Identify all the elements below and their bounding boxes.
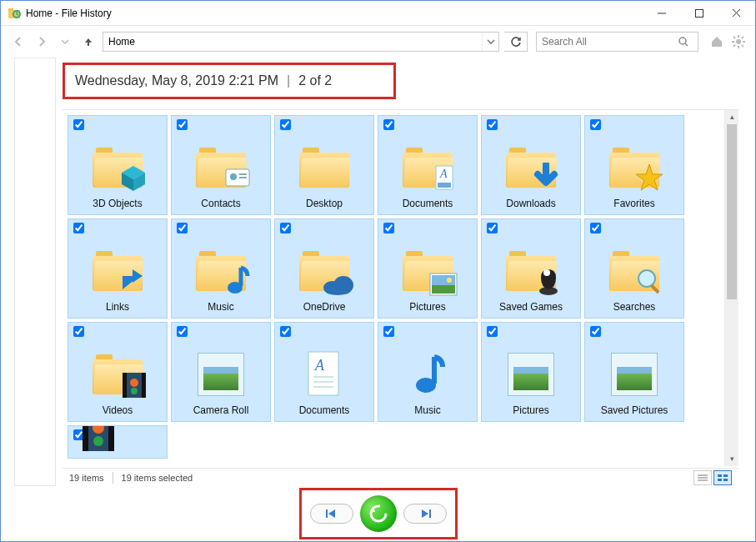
grid-item[interactable]	[68, 425, 168, 459]
grid-item[interactable]: 3D Objects	[68, 115, 168, 215]
svg-rect-53	[83, 425, 88, 451]
item-checkbox[interactable]	[280, 326, 291, 337]
search-input[interactable]	[537, 36, 678, 48]
svg-rect-40	[650, 284, 659, 294]
svg-rect-60	[718, 474, 722, 477]
footer	[1, 486, 755, 541]
svg-text:A: A	[314, 357, 325, 374]
svg-line-14	[733, 37, 735, 38]
item-checkbox[interactable]	[590, 119, 601, 130]
item-icon: A	[398, 138, 458, 198]
svg-point-36	[447, 278, 452, 283]
item-checkbox[interactable]	[177, 326, 188, 337]
item-label: Music	[414, 404, 440, 416]
grid-item[interactable]: Music	[378, 322, 478, 422]
scroll-up[interactable]: ▴	[725, 110, 738, 124]
grid-item[interactable]: Saved Games	[481, 218, 581, 319]
grid-item[interactable]: Searches	[584, 218, 684, 319]
item-label: Pictures	[513, 404, 548, 416]
app-icon	[8, 7, 21, 20]
item-checkbox[interactable]	[590, 223, 601, 233]
item-checkbox[interactable]	[73, 119, 84, 130]
item-checkbox[interactable]	[487, 223, 498, 233]
item-label: 3D Objects	[93, 198, 142, 209]
grid-item[interactable]: Videos	[68, 322, 168, 422]
grid-item[interactable]: A Documents	[378, 115, 478, 215]
item-icon: A	[294, 344, 354, 404]
svg-text:A: A	[439, 168, 448, 180]
item-checkbox[interactable]	[73, 326, 84, 337]
title-bar: Home - File History	[1, 1, 755, 26]
back-button[interactable]	[9, 33, 28, 51]
close-button[interactable]	[718, 1, 755, 25]
grid-item[interactable]: A Documents	[274, 322, 374, 422]
restore-button[interactable]	[360, 495, 397, 532]
view-icons-button[interactable]	[713, 470, 732, 485]
minimize-button[interactable]	[643, 1, 680, 25]
item-checkbox[interactable]	[280, 223, 291, 233]
item-icon	[191, 241, 251, 301]
history-dropdown[interactable]	[56, 33, 74, 51]
item-label: Saved Games	[499, 301, 563, 313]
item-checkbox[interactable]	[280, 119, 291, 130]
item-checkbox[interactable]	[177, 119, 188, 130]
scroll-thumb[interactable]	[727, 124, 737, 299]
search-icon[interactable]	[678, 36, 698, 48]
item-checkbox[interactable]	[590, 326, 601, 337]
item-checkbox[interactable]	[383, 223, 394, 233]
file-grid[interactable]: 3D Objects Contacts Desktop A Documents …	[63, 110, 724, 466]
settings-icon[interactable]	[730, 33, 747, 50]
svg-rect-62	[718, 479, 722, 481]
grid-item[interactable]: Pictures	[481, 322, 581, 422]
svg-point-51	[416, 378, 436, 393]
grid-item[interactable]: Favorites	[584, 115, 684, 215]
item-checkbox[interactable]	[383, 119, 394, 130]
svg-rect-27	[438, 183, 451, 188]
home-icon[interactable]	[708, 33, 725, 50]
item-checkbox[interactable]	[383, 326, 394, 337]
svg-point-9	[736, 39, 741, 44]
address-bar[interactable]	[103, 32, 499, 52]
grid-item[interactable]: Contacts	[171, 115, 271, 215]
version-date: Wednesday, May 8, 2019 2:21 PM	[75, 73, 278, 88]
item-label: Camera Roll	[193, 404, 249, 416]
svg-point-7	[679, 38, 686, 44]
up-button[interactable]	[79, 33, 98, 51]
maximize-button[interactable]	[680, 1, 718, 25]
address-input[interactable]	[103, 33, 482, 51]
item-icon	[191, 344, 251, 404]
svg-rect-1	[8, 8, 13, 11]
forward-button[interactable]	[33, 33, 51, 51]
view-details-button[interactable]	[693, 470, 712, 485]
scrollbar[interactable]: ▴ ▾	[724, 110, 738, 466]
grid-item[interactable]: Pictures	[378, 218, 478, 319]
item-checkbox[interactable]	[177, 223, 188, 233]
refresh-button[interactable]	[504, 32, 528, 52]
status-bar: 19 items 19 items selected	[63, 468, 738, 486]
svg-rect-24	[239, 177, 247, 178]
grid-item[interactable]: Camera Roll	[171, 322, 271, 422]
version-count: 2 of 2	[298, 73, 332, 88]
item-label: Links	[106, 301, 129, 313]
scroll-down[interactable]: ▾	[725, 452, 738, 466]
grid-item[interactable]: Desktop	[274, 115, 374, 215]
item-checkbox[interactable]	[73, 223, 84, 233]
previous-version-button[interactable]	[310, 504, 353, 524]
window-controls	[643, 1, 755, 25]
item-label: Favorites	[613, 198, 654, 209]
svg-rect-35	[432, 285, 455, 294]
item-checkbox[interactable]	[487, 119, 498, 130]
grid-item[interactable]: Downloads	[481, 115, 581, 215]
search-box[interactable]	[536, 32, 698, 52]
grid-item[interactable]: Music	[171, 218, 271, 319]
item-checkbox[interactable]	[487, 326, 498, 337]
grid-item[interactable]: Links	[68, 218, 168, 319]
grid-item[interactable]: OneDrive	[274, 218, 374, 319]
address-dropdown[interactable]	[482, 33, 498, 51]
svg-rect-54	[108, 425, 114, 451]
grid-item[interactable]: Saved Pictures	[584, 322, 684, 422]
svg-rect-4	[695, 9, 703, 17]
next-version-button[interactable]	[403, 504, 447, 524]
window-title: Home - File History	[26, 8, 112, 19]
svg-line-17	[733, 45, 735, 47]
